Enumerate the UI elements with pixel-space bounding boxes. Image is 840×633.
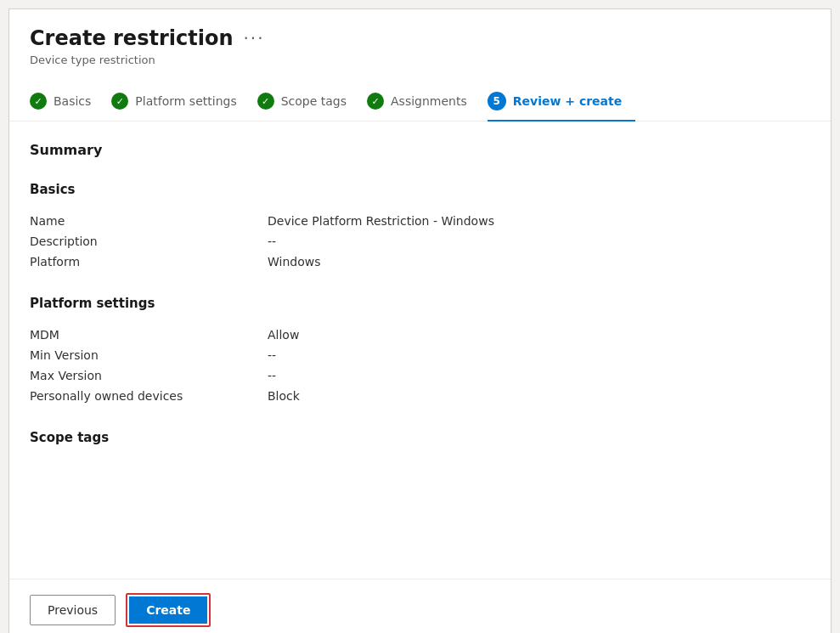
previous-button[interactable]: Previous bbox=[30, 595, 116, 625]
field-personally-owned-value: Block bbox=[268, 389, 810, 403]
main-window: Create restriction ··· Device type restr… bbox=[8, 8, 832, 633]
page-subtitle: Device type restriction bbox=[30, 54, 810, 66]
basics-section-header: Basics bbox=[30, 182, 810, 197]
field-personally-owned-label: Personally owned devices bbox=[30, 389, 268, 403]
tab-scope-tags-label: Scope tags bbox=[281, 94, 347, 108]
field-description-label: Description bbox=[30, 235, 268, 248]
tab-review-create[interactable]: 5 Review + create bbox=[488, 92, 635, 121]
field-description: Description -- bbox=[30, 231, 810, 252]
tab-scope-tags[interactable]: Scope tags bbox=[257, 93, 360, 120]
field-max-version: Max Version -- bbox=[30, 365, 810, 386]
tab-platform-settings-check-icon bbox=[111, 93, 128, 110]
title-row: Create restriction ··· bbox=[30, 26, 810, 50]
wizard-footer: Previous Create bbox=[9, 579, 831, 633]
field-mdm-label: MDM bbox=[30, 328, 268, 342]
field-name-value: Device Platform Restriction - Windows bbox=[268, 214, 810, 228]
tab-basics[interactable]: Basics bbox=[30, 93, 104, 120]
create-button-wrapper: Create bbox=[126, 593, 211, 627]
tab-assignments-label: Assignments bbox=[391, 94, 467, 108]
field-personally-owned: Personally owned devices Block bbox=[30, 386, 810, 406]
page-header: Create restriction ··· Device type restr… bbox=[9, 9, 831, 66]
platform-settings-section: Platform settings MDM Allow Min Version … bbox=[30, 296, 810, 406]
page-title: Create restriction bbox=[30, 26, 233, 50]
tab-platform-settings-label: Platform settings bbox=[135, 94, 236, 108]
field-mdm-value: Allow bbox=[268, 328, 810, 342]
tab-review-create-label: Review + create bbox=[513, 94, 622, 108]
field-min-version: Min Version -- bbox=[30, 345, 810, 365]
field-max-version-label: Max Version bbox=[30, 369, 268, 382]
summary-section: Summary bbox=[30, 142, 810, 158]
field-name: Name Device Platform Restriction - Windo… bbox=[30, 211, 810, 231]
wizard-tabs: Basics Platform settings Scope tags Assi… bbox=[9, 75, 831, 122]
field-platform-label: Platform bbox=[30, 255, 268, 268]
more-options-icon[interactable]: ··· bbox=[243, 28, 264, 48]
scope-tags-section: Scope tags bbox=[30, 430, 810, 445]
scope-tags-section-header: Scope tags bbox=[30, 430, 810, 445]
summary-title: Summary bbox=[30, 142, 810, 158]
tab-review-create-number: 5 bbox=[488, 92, 506, 110]
field-platform: Platform Windows bbox=[30, 252, 810, 272]
field-min-version-label: Min Version bbox=[30, 348, 268, 362]
field-name-label: Name bbox=[30, 214, 268, 228]
field-description-value: -- bbox=[268, 235, 810, 248]
tab-assignments-check-icon bbox=[367, 93, 384, 110]
field-platform-value: Windows bbox=[268, 255, 810, 268]
tab-basics-check-icon bbox=[30, 93, 47, 110]
main-content: Summary Basics Name Device Platform Rest… bbox=[9, 122, 831, 579]
tab-scope-tags-check-icon bbox=[257, 93, 274, 110]
tab-assignments[interactable]: Assignments bbox=[367, 93, 481, 120]
tab-platform-settings[interactable]: Platform settings bbox=[111, 93, 250, 120]
field-min-version-value: -- bbox=[268, 348, 810, 362]
field-max-version-value: -- bbox=[268, 369, 810, 382]
basics-section: Basics Name Device Platform Restriction … bbox=[30, 182, 810, 272]
tab-basics-label: Basics bbox=[54, 94, 91, 108]
create-button[interactable]: Create bbox=[129, 596, 207, 624]
field-mdm: MDM Allow bbox=[30, 325, 810, 345]
platform-settings-section-header: Platform settings bbox=[30, 296, 810, 311]
